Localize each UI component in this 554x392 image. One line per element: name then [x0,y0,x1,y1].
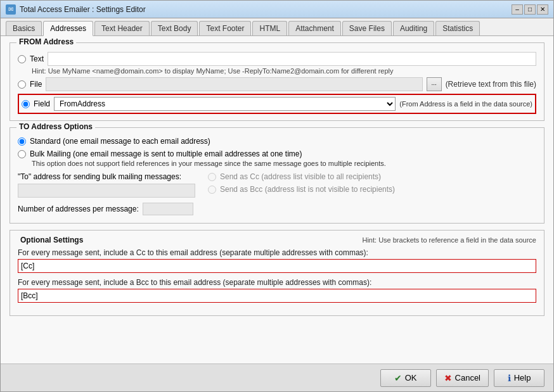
tab-statistics[interactable]: Statistics [435,21,480,35]
from-file-label: File [30,80,42,89]
send-bcc-label: Send as Bcc (address list is not visible… [220,185,395,194]
title-bar-left: ✉ Total Access Emailer : Settings Editor [6,4,146,15]
cc-input[interactable] [18,259,536,273]
standard-radio[interactable] [18,137,26,146]
bcc-block: For every message sent, include a Bcc to… [18,278,536,303]
window-title: Total Access Emailer : Settings Editor [20,5,146,14]
ok-label: OK [405,373,417,383]
tab-auditing[interactable]: Auditing [393,21,434,35]
footer-bar: ✔ OK ✖ Cancel ℹ Help [1,364,553,391]
tab-bar: Basics Addresses Text Header Text Body T… [1,18,553,36]
send-bcc-radio[interactable] [208,186,216,194]
to-bulk-row: "To" address for sending bulk mailing me… [18,172,195,181]
bulk-options: "To" address for sending bulk mailing me… [18,172,536,215]
count-label: Number of addresses per message: [18,205,139,213]
from-address-section: FROM Address Text Hint: Use MyName <name… [10,42,544,121]
count-input[interactable] [143,203,193,215]
count-row: Number of addresses per message: [18,203,195,215]
content-area: FROM Address Text Hint: Use MyName <name… [1,36,553,364]
from-text-radio[interactable] [18,55,26,63]
optional-section: Optional Settings Hint: Use brackets to … [10,230,544,316]
from-field-radio[interactable] [22,100,30,108]
bulk-note: This option does not support field refer… [32,160,536,167]
cancel-icon: ✖ [444,373,452,383]
bulk-radio[interactable] [18,150,26,158]
title-bar: ✉ Total Access Emailer : Settings Editor… [1,1,553,18]
field-radio-row: Field FromAddress (From Address is a fie… [18,94,536,114]
bulk-label: Bulk Mailing (one email message is sent … [30,149,302,158]
optional-hint: Hint: Use brackets to reference a field … [362,236,536,244]
bcc-input[interactable] [18,289,536,303]
from-text-hint: Hint: Use MyName <name@domain.com> to di… [32,67,536,75]
standard-radio-row: Standard (one email message to each emai… [18,137,536,146]
from-field-label: Field [34,99,50,108]
tab-html[interactable]: HTML [252,21,287,35]
browse-button[interactable]: ··· [427,77,442,91]
field-note: (From Address is a field in the data sou… [399,100,532,108]
from-text-label: Text [30,54,44,63]
tab-text-body[interactable]: Text Body [151,21,198,35]
to-bulk-input[interactable] [18,184,195,198]
optional-title: Optional Settings [18,236,86,244]
cancel-button[interactable]: ✖ Cancel [436,369,489,387]
tab-basics[interactable]: Basics [6,21,42,35]
cancel-label: Cancel [455,373,480,383]
help-icon: ℹ [508,373,511,383]
from-address-title: FROM Address [16,37,76,46]
ok-icon: ✔ [394,373,402,383]
tab-save-files[interactable]: Save Files [342,21,392,35]
app-icon: ✉ [6,4,16,15]
ok-button[interactable]: ✔ OK [380,369,431,387]
main-window: ✉ Total Access Emailer : Settings Editor… [0,0,554,392]
from-text-input[interactable] [48,52,536,66]
from-field-select[interactable]: FromAddress [54,97,396,111]
file-radio-row: File ··· (Retrieve text from this file) [18,77,536,91]
text-radio-row: Text [18,52,536,66]
tab-addresses[interactable]: Addresses [43,21,93,36]
help-button[interactable]: ℹ Help [494,369,544,387]
bulk-left-panel: "To" address for sending bulk mailing me… [18,172,195,215]
cc-label: For every message sent, include a Cc to … [18,248,536,257]
title-bar-buttons: – □ ✕ [512,4,548,15]
from-file-input[interactable] [46,77,422,91]
retrieve-label: (Retrieve text from this file) [446,80,536,89]
standard-label: Standard (one email message to each emai… [30,137,210,146]
close-button[interactable]: ✕ [537,4,548,15]
send-cc-row: Send as Cc (address list visible to all … [208,172,536,181]
bulk-right-panel: Send as Cc (address list visible to all … [202,172,536,215]
to-bulk-label: "To" address for sending bulk mailing me… [18,172,181,181]
bulk-radio-row: Bulk Mailing (one email message is sent … [18,149,536,158]
tab-text-header[interactable]: Text Header [94,21,150,35]
to-address-title: TO Address Options [16,122,95,131]
tab-attachment[interactable]: Attachment [288,21,341,35]
help-label: Help [514,373,531,383]
bcc-label: For every message sent, include a Bcc to… [18,278,536,287]
send-bcc-row: Send as Bcc (address list is not visible… [208,185,536,194]
send-cc-radio[interactable] [208,173,216,181]
send-cc-label: Send as Cc (address list visible to all … [220,172,381,181]
minimize-button[interactable]: – [512,4,523,15]
cc-block: For every message sent, include a Cc to … [18,248,536,273]
tab-text-footer[interactable]: Text Footer [199,21,251,35]
optional-header: Optional Settings Hint: Use brackets to … [18,236,536,244]
maximize-button[interactable]: □ [524,4,536,15]
to-address-section: TO Address Options Standard (one email m… [10,127,544,224]
from-file-radio[interactable] [18,80,26,89]
